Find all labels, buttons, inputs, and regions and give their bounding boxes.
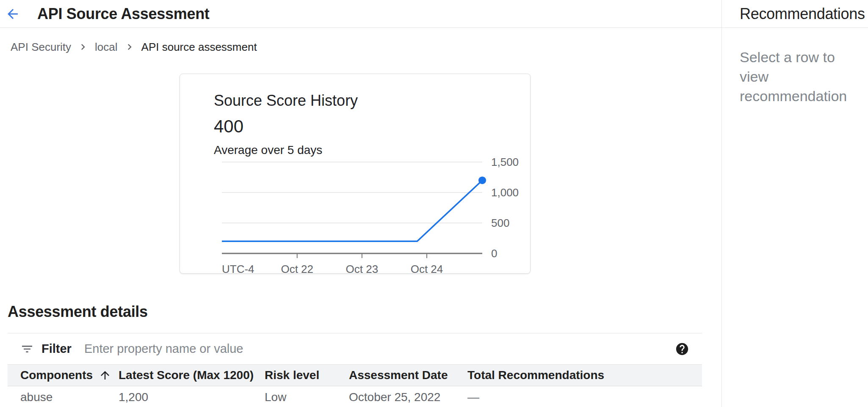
x-tick-label: Oct 22 <box>281 263 313 275</box>
assessment-details-table: Components Latest Score (Max 1200) Risk … <box>8 364 702 407</box>
breadcrumb: API Security local API source assessment <box>11 40 257 54</box>
top-header: API Source Assessment <box>0 0 721 28</box>
y-tick-label: 0 <box>491 247 497 260</box>
y-tick-label: 500 <box>491 217 509 229</box>
score-line-series <box>222 180 482 241</box>
table-header-row: Components Latest Score (Max 1200) Risk … <box>8 364 702 386</box>
column-header-risk-level[interactable]: Risk level <box>265 368 349 382</box>
source-score-history-card: Source Score History 400 Average over 5 … <box>180 74 531 274</box>
cell-latest-score: 1,200 <box>119 390 265 404</box>
filter-input[interactable] <box>84 342 674 356</box>
back-button[interactable] <box>3 5 22 23</box>
timezone-label: UTC-4 <box>222 263 254 275</box>
breadcrumb-item-current: API source assessment <box>141 41 257 54</box>
table-row[interactable]: abuse 1,200 Low October 25, 2022 — <box>8 386 702 407</box>
y-tick-label: 1,000 <box>491 186 519 199</box>
cell-assessment-date: October 25, 2022 <box>349 390 467 404</box>
cell-total-recommendations: — <box>467 390 702 404</box>
filter-button[interactable] <box>19 341 35 357</box>
card-average-value: 400 <box>214 116 243 137</box>
recommendations-panel: Recommendations Select a row to view rec… <box>721 0 868 407</box>
column-header-components[interactable]: Components <box>20 368 119 382</box>
recommendations-empty-message: Select a row to view recommendation <box>740 47 860 106</box>
page-title: API Source Assessment <box>37 5 210 23</box>
assessment-details-heading: Assessment details <box>8 303 148 321</box>
help-button[interactable] <box>674 341 690 357</box>
x-tick-label: Oct 23 <box>346 263 379 275</box>
filter-list-icon <box>20 342 34 356</box>
help-icon <box>675 342 689 356</box>
breadcrumb-item-api-security[interactable]: API Security <box>11 41 71 54</box>
card-title: Source Score History <box>214 92 358 110</box>
column-header-latest-score[interactable]: Latest Score (Max 1200) <box>119 368 265 382</box>
breadcrumb-item-local[interactable]: local <box>95 41 117 54</box>
api-source-assessment-page: API Source Assessment Recommendations Se… <box>0 0 868 407</box>
column-header-assessment-date[interactable]: Assessment Date <box>349 368 467 382</box>
column-header-total-recommendations[interactable]: Total Recommendations <box>467 368 702 382</box>
filter-bar: Filter <box>8 333 702 364</box>
sort-ascending-icon <box>99 369 111 382</box>
recommendations-panel-title: Recommendations <box>722 0 868 28</box>
x-tick-label: Oct 24 <box>411 263 443 275</box>
chevron-right-icon <box>77 41 89 53</box>
y-tick-label: 1,500 <box>491 156 519 168</box>
chevron-right-icon <box>124 41 135 53</box>
filter-label: Filter <box>41 342 72 356</box>
chart-end-point[interactable] <box>478 176 486 184</box>
arrow-back-icon <box>5 6 20 22</box>
cell-risk-level: Low <box>265 390 349 404</box>
cell-components: abuse <box>20 390 119 404</box>
score-history-chart: 05001,0001,500Oct 22Oct 23Oct 24UTC-4 <box>222 155 544 278</box>
